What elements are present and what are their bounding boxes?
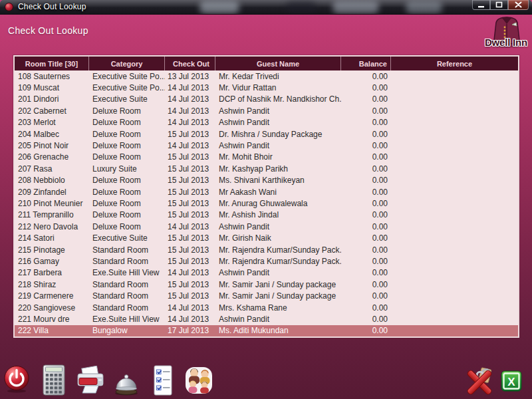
- table-cell: Ashwin Pandit: [215, 313, 341, 325]
- minimize-button[interactable]: [472, 0, 490, 10]
- service-bell-button[interactable]: [113, 364, 140, 396]
- maximize-button[interactable]: [490, 0, 508, 10]
- table-row[interactable]: 220 SangioveseStandard Room14 Jul 2013Mr…: [15, 302, 518, 313]
- table-cell: 108 Sauternes: [15, 70, 89, 82]
- table-cell: Exe.Suite Hill View: [89, 313, 165, 325]
- column-header[interactable]: Balance: [341, 57, 391, 70]
- column-header[interactable]: Check Out: [165, 57, 215, 70]
- table-cell: Bungalow: [89, 325, 165, 336]
- table-row[interactable]: 205 Pinot NoirDeluxe Room14 Jul 2013Ashw…: [15, 140, 518, 151]
- calculator-button[interactable]: [43, 364, 65, 396]
- table-cell: 14 Jul 2013: [165, 140, 215, 151]
- table-cell: 0.00: [341, 198, 391, 209]
- table-row[interactable]: 212 Nero DavolaDeluxe Room14 Jul 2013Ash…: [15, 221, 518, 232]
- table-cell: Dr. Mishra / Sunday Package: [215, 128, 341, 140]
- power-icon: [4, 365, 29, 393]
- table-cell: 0.00: [341, 313, 391, 325]
- guests-button[interactable]: [184, 365, 213, 395]
- table-row[interactable]: 219 CarmenereStandard Room15 Jul 2013Mr.…: [15, 290, 518, 301]
- print-button[interactable]: [76, 366, 105, 395]
- table-cell: Deluxe Room: [89, 140, 165, 151]
- table-cell: Ashwin Pandit: [215, 267, 341, 279]
- column-header[interactable]: Category: [89, 57, 165, 70]
- table-cell: 0.00: [341, 94, 391, 105]
- table-row[interactable]: 204 MalbecDeluxe Room15 Jul 2013Dr. Mish…: [15, 128, 518, 140]
- table-row[interactable]: 215 PinotageStandard Room15 Jul 2013Mr. …: [15, 244, 518, 255]
- glass-blur: [332, 1, 379, 13]
- table-cell: Mr. Ashish Jindal: [215, 209, 341, 221]
- window-title: Check Out Lookup: [18, 2, 86, 11]
- maximize-icon: [495, 1, 503, 8]
- table-cell: Deluxe Room: [89, 175, 165, 186]
- table-cell: 14 Jul 2013: [165, 82, 215, 93]
- table-row[interactable]: 221 Mourv dreExe.Suite Hill View14 Jul 2…: [15, 313, 518, 325]
- table-cell: [391, 267, 518, 279]
- table-header: Room Title [30]CategoryCheck OutGuest Na…: [15, 57, 518, 70]
- table-row[interactable]: 109 MuscatExecutive Suite Po...14 Jul 20…: [15, 82, 518, 93]
- column-header[interactable]: Reference: [391, 57, 518, 70]
- cancel-keys-icon: [464, 366, 495, 396]
- table-row[interactable]: 216 GamayStandard Room15 Jul 2013Mr. Raj…: [15, 255, 518, 267]
- column-header[interactable]: Room Title [30]: [15, 57, 89, 70]
- table-row[interactable]: 108 SauternesExecutive Suite Po...13 Jul…: [15, 70, 518, 82]
- table-cell: Deluxe Room: [89, 221, 165, 232]
- table-row[interactable]: 206 GrenacheDeluxe Room15 Jul 2013Mr. Mo…: [15, 152, 518, 163]
- export-excel-button[interactable]: X: [501, 370, 522, 392]
- table-cell: 217 Barbera: [15, 267, 89, 279]
- table-cell: DCP of Nashik Mr. Nandkishor Ch...: [215, 94, 341, 105]
- column-header[interactable]: Guest Name: [215, 57, 341, 70]
- table-row[interactable]: 207 RasaLuxury Suite15 Jul 2013Mr. Kashy…: [15, 163, 518, 174]
- table-cell: 0.00: [341, 175, 391, 186]
- table-cell: 15 Jul 2013: [165, 232, 215, 243]
- glass-blur: [406, 1, 442, 13]
- close-icon: [515, 1, 522, 8]
- table-cell: Standard Room: [89, 255, 165, 267]
- table-row[interactable]: 218 ShirazStandard Room15 Jul 2013Mr. Sa…: [15, 279, 518, 290]
- table-cell: Deluxe Room: [89, 152, 165, 163]
- table-cell: 15 Jul 2013: [165, 279, 215, 290]
- table-cell: 15 Jul 2013: [165, 152, 215, 163]
- table-cell: 15 Jul 2013: [165, 175, 215, 186]
- table-cell: 15 Jul 2013: [165, 198, 215, 209]
- table-cell: 210 Pinot Meunier: [15, 198, 89, 209]
- table-cell: 0.00: [341, 117, 391, 128]
- cancel-checkout-button[interactable]: [464, 366, 495, 396]
- table-cell: 0.00: [341, 302, 391, 313]
- table-cell: Mr. Kedar Trivedi: [215, 70, 341, 82]
- table-cell: 14 Jul 2013: [165, 302, 215, 313]
- table-cell: Standard Room: [89, 290, 165, 301]
- close-button[interactable]: [508, 0, 529, 10]
- table-cell: 207 Rasa: [15, 163, 89, 174]
- table-row[interactable]: 222 VillaBungalow17 Jul 2013Ms. Aditi Mu…: [15, 325, 518, 336]
- table-row[interactable]: 210 Pinot MeunierDeluxe Room15 Jul 2013M…: [15, 198, 518, 209]
- page-title: Check Out Lookup: [8, 25, 88, 36]
- table-row[interactable]: 217 BarberaExe.Suite Hill View14 Jul 201…: [15, 267, 518, 279]
- table-cell: 0.00: [341, 163, 391, 174]
- table-cell: 0.00: [341, 232, 391, 243]
- table-cell: 215 Pinotage: [15, 244, 89, 255]
- table-cell: 216 Gamay: [15, 255, 89, 267]
- brand-logo: Dwell Inn: [476, 15, 529, 53]
- table-row[interactable]: 209 ZinfandelDeluxe Room15 Jul 2013Mr Aa…: [15, 186, 518, 198]
- table-cell: 218 Shiraz: [15, 279, 89, 290]
- checkout-table: Room Title [30]CategoryCheck OutGuest Na…: [13, 55, 519, 338]
- table-cell: 0.00: [341, 325, 391, 336]
- table-cell: 14 Jul 2013: [165, 94, 215, 105]
- table-cell: 0.00: [341, 290, 391, 301]
- excel-export-icon: X: [501, 370, 522, 392]
- table-row[interactable]: 214 SatoriExecutive Suite15 Jul 2013Mr. …: [15, 232, 518, 243]
- table-cell: [391, 94, 518, 105]
- titlebar[interactable]: Check Out Lookup: [0, 0, 532, 15]
- table-cell: Mr. Kashyap Parikh: [215, 163, 341, 174]
- table-row[interactable]: 208 NebbioloDeluxe Room15 Jul 2013Ms. Sh…: [15, 175, 518, 186]
- table-cell: Deluxe Room: [89, 209, 165, 221]
- table-row[interactable]: 201 DindoriExecutive Suite14 Jul 2013DCP…: [15, 94, 518, 105]
- table-cell: 14 Jul 2013: [165, 221, 215, 232]
- table-row[interactable]: 202 CabernetDeluxe Room14 Jul 2013Ashwin…: [15, 105, 518, 116]
- exit-button[interactable]: [4, 365, 29, 393]
- tasklist-button[interactable]: [152, 364, 174, 396]
- table-row[interactable]: 203 MerlotDeluxe Room14 Jul 2013Ashwin P…: [15, 117, 518, 128]
- table-cell: 14 Jul 2013: [165, 267, 215, 279]
- table-cell: Mr. Rajendra Kumar/Sunday Pack...: [215, 255, 341, 267]
- table-row[interactable]: 211 TempranilloDeluxe Room15 Jul 2013Mr.…: [15, 209, 518, 221]
